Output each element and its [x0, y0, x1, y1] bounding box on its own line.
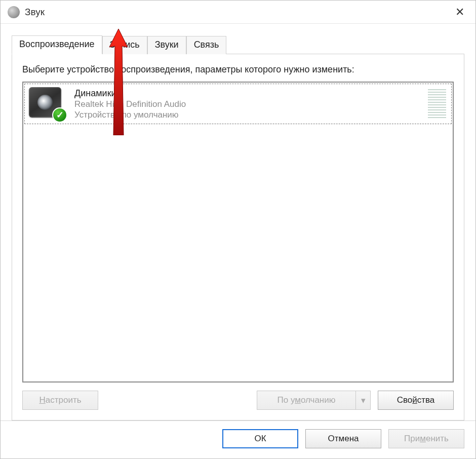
close-button[interactable]: ✕	[447, 1, 472, 24]
device-row-speakers[interactable]: ✓ Динамики Realtek High Definition Audio…	[24, 84, 452, 124]
titlebar: Звук ✕	[1, 1, 475, 24]
apply-button: Применить	[388, 429, 464, 448]
properties-button[interactable]: Свойства	[378, 391, 454, 410]
window-title: Звук	[25, 7, 45, 18]
cancel-button[interactable]: Отмена	[305, 429, 381, 448]
device-name: Динамики	[74, 88, 423, 99]
dialog-footer: ОК Отмена Применить	[1, 420, 475, 458]
set-default-split-button: По умолчанию ▾	[257, 391, 371, 410]
tab-recording[interactable]: Запись	[102, 36, 147, 54]
chevron-down-icon: ▾	[361, 395, 366, 406]
device-status: Устройство по умолчанию	[74, 109, 423, 120]
ok-button[interactable]: ОК	[222, 429, 298, 448]
playback-panel: Выберите устройство воспроизведения, пар…	[12, 54, 464, 420]
device-list[interactable]: ✓ Динамики Realtek High Definition Audio…	[22, 82, 454, 382]
tab-playback[interactable]: Воспроизведение	[12, 35, 102, 54]
default-check-icon: ✓	[52, 107, 67, 123]
device-driver: Realtek High Definition Audio	[74, 99, 423, 109]
instruction-text: Выберите устройство воспроизведения, пар…	[22, 63, 454, 75]
sound-app-icon	[8, 6, 20, 18]
device-texts: Динамики Realtek High Definition Audio У…	[74, 88, 423, 121]
panel-button-row: Настроить По умолчанию ▾ Свойства	[22, 391, 454, 410]
set-default-button: По умолчанию	[257, 391, 355, 410]
set-default-dropdown: ▾	[355, 391, 371, 410]
configure-button: Настроить	[22, 391, 98, 410]
tab-sounds[interactable]: Звуки	[147, 36, 186, 54]
close-icon: ✕	[455, 6, 464, 19]
sound-dialog: Звук ✕ Воспроизведение Запись Звуки Связ…	[0, 0, 476, 459]
content-area: Воспроизведение Запись Звуки Связь Выбер…	[1, 24, 475, 420]
tab-communications[interactable]: Связь	[186, 36, 227, 54]
device-icon-wrap: ✓	[28, 86, 67, 122]
tab-strip: Воспроизведение Запись Звуки Связь	[12, 35, 464, 54]
level-meter-icon	[428, 89, 446, 119]
